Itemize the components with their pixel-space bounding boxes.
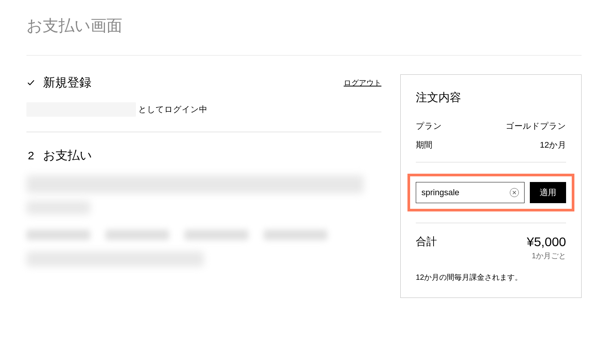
logout-link[interactable]: ログアウト xyxy=(344,78,381,88)
page-title: お支払い画面 xyxy=(26,15,582,36)
step2-header: 2 お支払い xyxy=(26,147,381,164)
checkmark-icon xyxy=(26,78,35,87)
coupon-input[interactable] xyxy=(421,188,510,197)
apply-coupon-button[interactable]: 適用 xyxy=(530,182,566,203)
login-status-text: としてログイン中 xyxy=(138,104,207,115)
redacted-username xyxy=(26,102,136,117)
close-icon xyxy=(512,190,516,196)
order-summary: 注文内容 プラン ゴールドプラン 期間 12か月 xyxy=(400,74,582,298)
summary-divider-1 xyxy=(416,162,566,162)
summary-period-row: 期間 12か月 xyxy=(416,139,566,151)
plan-label: プラン xyxy=(416,120,442,132)
coupon-highlight: 適用 xyxy=(407,174,574,211)
login-status: としてログイン中 xyxy=(26,102,381,117)
period-label: 期間 xyxy=(416,139,432,151)
period-value: 12か月 xyxy=(540,139,566,151)
step1-header: 新規登録 ログアウト xyxy=(26,74,381,91)
plan-value: ゴールドプラン xyxy=(506,120,566,132)
summary-plan-row: プラン ゴールドプラン xyxy=(416,120,566,132)
clear-coupon-button[interactable] xyxy=(510,188,519,197)
summary-divider-2 xyxy=(416,223,566,223)
total-row: 合計 ¥5,000 1か月ごと xyxy=(416,234,566,261)
payment-form-blurred xyxy=(26,175,381,267)
step-divider xyxy=(26,132,381,132)
step2-title: お支払い xyxy=(43,147,92,164)
page-divider xyxy=(26,55,582,56)
total-label: 合計 xyxy=(416,234,437,249)
total-amount: ¥5,000 xyxy=(527,234,566,249)
coupon-input-wrapper xyxy=(416,182,525,203)
step2-number: 2 xyxy=(26,149,35,162)
total-frequency: 1か月ごと xyxy=(527,251,566,261)
summary-title: 注文内容 xyxy=(416,90,566,105)
checkout-steps: 新規登録 ログアウト としてログイン中 2 お支払い xyxy=(26,74,381,274)
step1-title: 新規登録 xyxy=(43,74,91,91)
billing-note: 12か月の間毎月課金されます。 xyxy=(416,272,566,282)
